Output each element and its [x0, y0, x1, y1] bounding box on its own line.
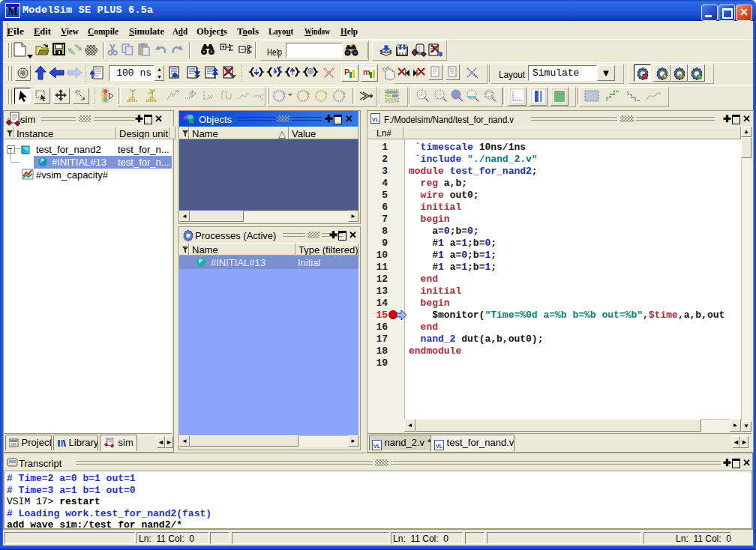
svg-text:P: P: [344, 67, 350, 76]
svg-text:m: m: [363, 67, 370, 76]
